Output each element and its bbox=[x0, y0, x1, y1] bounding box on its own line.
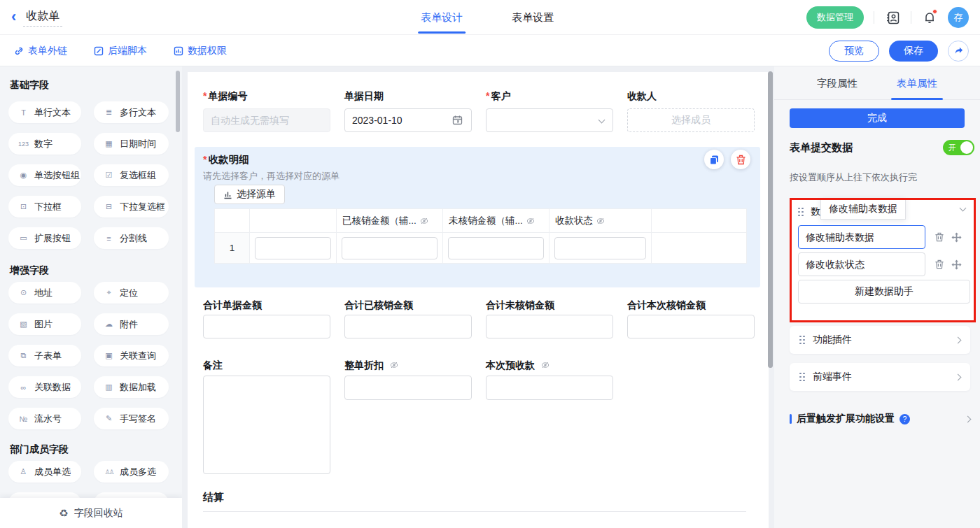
move-item-button[interactable] bbox=[951, 259, 962, 270]
contact-book-icon[interactable] bbox=[884, 9, 901, 26]
remark-textarea[interactable] bbox=[203, 376, 330, 474]
table-header-empty bbox=[250, 209, 337, 233]
delete-item-button[interactable] bbox=[934, 259, 945, 270]
field-item-divider[interactable]: ≡分割线 bbox=[94, 227, 169, 249]
cell-input[interactable] bbox=[448, 237, 544, 259]
discount-input[interactable] bbox=[344, 376, 472, 400]
field-item-relation-query[interactable]: ▣关联查询 bbox=[94, 345, 169, 366]
field-label: 单选按钮组 bbox=[34, 169, 80, 182]
eye-off-icon[interactable] bbox=[420, 217, 428, 225]
move-icon bbox=[951, 232, 962, 243]
tab-field-properties[interactable]: 字段属性 bbox=[817, 66, 858, 100]
preview-button[interactable]: 预览 bbox=[829, 41, 879, 62]
field-item-relation-data[interactable]: ∞关联数据 bbox=[8, 376, 81, 398]
scrollbar-thumb[interactable] bbox=[768, 71, 773, 368]
eye-off-icon[interactable] bbox=[596, 217, 605, 225]
delete-item-button[interactable] bbox=[934, 231, 945, 243]
canvas-scrollbar[interactable] bbox=[768, 66, 773, 528]
total-bill-amount-input[interactable] bbox=[203, 315, 330, 338]
drag-handle-icon[interactable] bbox=[799, 373, 806, 382]
field-item-data-loading[interactable]: ▥数据加载 bbox=[94, 376, 169, 398]
table-cell bbox=[652, 233, 747, 264]
avatar[interactable]: 存 bbox=[948, 7, 969, 28]
field-item-image[interactable]: ▧图片 bbox=[8, 313, 81, 335]
field-item-attachment[interactable]: ☁附件 bbox=[94, 313, 169, 335]
move-icon bbox=[951, 259, 962, 270]
notification-bell-icon[interactable] bbox=[921, 9, 938, 26]
field-item-dropdown[interactable]: ⊡下拉框 bbox=[8, 196, 81, 217]
total-current-writeoff-input[interactable] bbox=[627, 315, 755, 338]
trash-icon bbox=[934, 259, 944, 269]
field-item-number[interactable]: 123数字 bbox=[8, 133, 81, 155]
assistant-item-modify-aux-table[interactable]: 修改辅助表数据 bbox=[798, 225, 925, 249]
field-item-extend-button[interactable]: ▭扩展按钮 bbox=[8, 227, 81, 249]
advance-payment-input[interactable] bbox=[486, 376, 613, 400]
field-label: 关联查询 bbox=[120, 350, 156, 362]
field-item-positioning[interactable]: ⌖定位 bbox=[94, 282, 169, 304]
cell-input[interactable] bbox=[342, 237, 438, 259]
radio-icon: ◉ bbox=[18, 171, 29, 180]
drag-handle-icon[interactable] bbox=[798, 208, 804, 217]
detail-table: 已核销金额（辅... 未核销金额（辅... 收款状态 1 bbox=[214, 208, 747, 264]
bar-chart-icon bbox=[223, 190, 232, 199]
drag-handle-icon[interactable] bbox=[799, 336, 806, 345]
tab-form-settings[interactable]: 表单设置 bbox=[512, 0, 554, 35]
field-item-single-line-text[interactable]: T单行文本 bbox=[8, 101, 81, 123]
eye-off-icon[interactable] bbox=[541, 361, 550, 369]
field-label: 下拉复选框 bbox=[120, 201, 165, 213]
card-frontend-events[interactable]: 前端事件 bbox=[790, 363, 970, 391]
data-assistant-tooltip: 修改辅助表数据 bbox=[820, 198, 906, 220]
advance-payment-label-text: 本次预收款 bbox=[486, 359, 535, 371]
field-item-member-single[interactable]: ♙成员单选 bbox=[8, 461, 81, 483]
cell-input[interactable] bbox=[255, 237, 331, 259]
field-item-serial-number[interactable]: №流水号 bbox=[8, 408, 81, 429]
copy-section-button[interactable] bbox=[704, 150, 724, 169]
new-data-assistant-button[interactable]: 新建数据助手 bbox=[798, 280, 970, 304]
move-item-button[interactable] bbox=[951, 231, 962, 243]
bill-number-input[interactable] bbox=[203, 108, 330, 132]
total-written-off-input[interactable] bbox=[344, 315, 472, 338]
field-item-subform[interactable]: ⧉子表单 bbox=[8, 345, 81, 366]
data-permission-label: 数据权限 bbox=[188, 45, 227, 57]
form-external-link[interactable]: 表单外链 bbox=[14, 45, 67, 57]
save-button[interactable]: 保存 bbox=[889, 41, 938, 62]
help-icon[interactable]: ? bbox=[899, 414, 910, 424]
form-submit-toggle[interactable]: 开 bbox=[943, 140, 974, 155]
data-permission-link[interactable]: 数据权限 bbox=[174, 45, 227, 57]
payment-detail-section[interactable]: 收款明细 请先选择客户，再选择对应的源单 选择源单 已核销金额（辅... bbox=[195, 147, 760, 287]
backend-script-link[interactable]: 后端脚本 bbox=[94, 45, 147, 57]
customer-select[interactable] bbox=[486, 108, 613, 132]
sidebar-scrollbar[interactable] bbox=[176, 71, 180, 132]
card-function-plugins[interactable]: 功能插件 bbox=[790, 326, 970, 354]
eye-off-icon[interactable] bbox=[390, 361, 398, 369]
form-toolbar: 表单外链 后端脚本 数据权限 预览 保存 bbox=[0, 35, 980, 66]
field-item-member-multi[interactable]: ♙♙成员多选 bbox=[94, 461, 169, 483]
field-item-checkbox-group[interactable]: ☑复选框组 bbox=[94, 164, 169, 186]
payee-member-picker[interactable]: 选择成员 bbox=[627, 108, 755, 132]
assistant-item-modify-payment-status[interactable]: 修改收款状态 bbox=[798, 252, 925, 276]
field-item-multi-line-text[interactable]: ≣多行文本 bbox=[94, 101, 169, 123]
share-button[interactable] bbox=[948, 41, 969, 62]
field-item-signature[interactable]: ✎手写签名 bbox=[94, 408, 169, 429]
tab-form-properties[interactable]: 表单属性 bbox=[897, 66, 937, 100]
field-item-address[interactable]: ⊙地址 bbox=[8, 282, 81, 304]
done-button[interactable]: 完成 bbox=[790, 108, 965, 128]
field-label: 定位 bbox=[120, 287, 138, 299]
post-trigger-settings[interactable]: 后置触发扩展功能设置 ? bbox=[790, 413, 970, 425]
total-unwritten-off-input[interactable] bbox=[486, 315, 613, 338]
select-source-button[interactable]: 选择源单 bbox=[214, 185, 285, 204]
field-item-multi-dropdown[interactable]: ⊟下拉复选框 bbox=[94, 196, 169, 217]
form-title[interactable]: 收款单 bbox=[23, 9, 62, 27]
cell-input[interactable] bbox=[554, 237, 646, 259]
eye-off-icon[interactable] bbox=[526, 217, 535, 225]
detail-section-title: 收款明细 bbox=[203, 153, 249, 166]
tab-form-design[interactable]: 表单设计 bbox=[421, 0, 463, 35]
field-recycle-bin[interactable]: ♻ 字段回收站 bbox=[0, 498, 182, 528]
data-manage-button[interactable]: 数据管理 bbox=[806, 6, 864, 29]
delete-section-button[interactable] bbox=[731, 150, 750, 169]
field-item-datetime[interactable]: ▦日期时间 bbox=[94, 133, 169, 155]
field-label: 数据加载 bbox=[120, 381, 156, 394]
share-arrow-icon bbox=[953, 45, 964, 56]
field-item-radio-group[interactable]: ◉单选按钮组 bbox=[8, 164, 81, 186]
back-icon[interactable]: ‹ bbox=[11, 9, 16, 24]
